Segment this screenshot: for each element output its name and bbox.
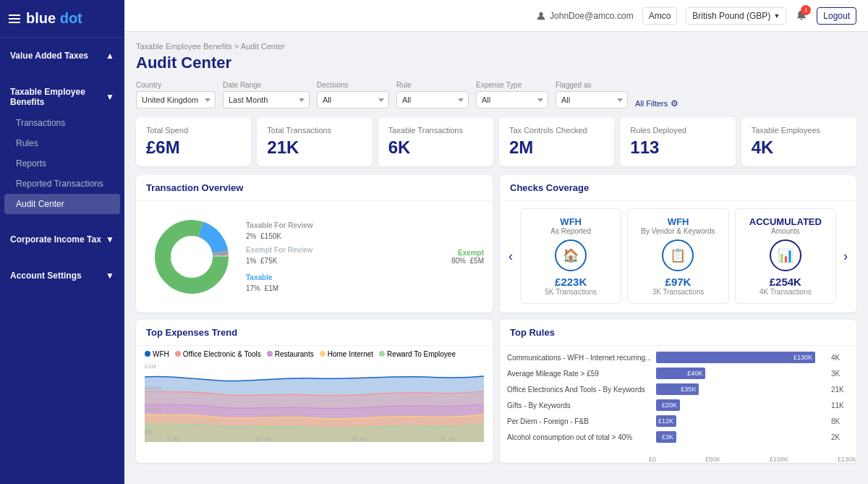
chevron-down-icon-2: ▼	[106, 234, 114, 245]
svg-point-0	[539, 12, 542, 15]
legend-taxable-for-review: Taxable For Review 2% £150K	[246, 220, 444, 242]
rule-bar-label-0: £130K	[793, 354, 812, 361]
rule-select[interactable]: All	[396, 91, 469, 109]
main-content: JohnDoe@amco.com Amco British Pound (GBP…	[124, 0, 868, 484]
expense-select[interactable]: All	[476, 91, 548, 109]
country-filter: Country United Kingdom	[136, 81, 216, 109]
sidebar-item-transactions[interactable]: Transactions	[0, 113, 124, 133]
checks-items: WFH As Reported 🏠 £223K 5K Transactions …	[520, 208, 836, 304]
sidebar-section-teb-header[interactable]: Taxable Employee Benefits ▼	[0, 81, 124, 113]
rule-count-3: 11K	[831, 402, 849, 409]
y-label-1m: £1M	[145, 363, 156, 370]
rule-name-3: Gifts - By Keywords	[507, 402, 652, 409]
sidebar-section-account-header[interactable]: Account Settings ▼	[0, 265, 124, 286]
rule-bar-label-5: £3K	[662, 433, 673, 441]
rule-bar-wrap-3: £20K	[656, 399, 827, 411]
user-icon	[536, 11, 546, 21]
date-select[interactable]: Last Month	[223, 91, 310, 109]
trend-chart: £1M £500K £200K £0 1 Jul 10 Jul 20 Jul 3…	[136, 362, 493, 451]
breadcrumb: Taxable Employee Benefits > Audit Center	[136, 42, 856, 51]
top-expenses-title: Top Expenses Trend	[136, 320, 493, 346]
kpi-value-3: 2M	[509, 137, 604, 158]
topbar-user: JohnDoe@amco.com	[536, 11, 634, 21]
decisions-label: Decisions	[317, 81, 389, 89]
notification-badge: 1	[801, 5, 811, 15]
rule-count-5: 2K	[831, 433, 849, 441]
trend-legend-item-2: Restaurants	[267, 350, 314, 358]
rule-bar-3: £20K	[656, 399, 680, 411]
x-label-1jul: 1 Jul	[167, 436, 179, 442]
kpi-card-1: Total Transactions 21K	[257, 117, 372, 166]
sidebar-item-reported-transactions[interactable]: Reported Transactions	[0, 174, 124, 194]
topbar-company[interactable]: Amco	[642, 7, 678, 25]
legend-exempt: Exempt 80% £5M	[451, 249, 484, 265]
checks-next-button[interactable]: ›	[839, 249, 852, 264]
chevron-up-icon: ▲	[106, 51, 114, 61]
sidebar-item-reports[interactable]: Reports	[0, 153, 124, 174]
legend-dot-4	[379, 351, 385, 357]
check-subtitle-0: As Reported	[525, 227, 616, 235]
donut-chart	[145, 210, 239, 304]
kpi-label-4: Rules Deployed	[630, 126, 725, 135]
rule-name-4: Per Diem - Foreign - F&B	[507, 417, 652, 425]
sidebar-item-audit-center[interactable]: Audit Center	[4, 194, 120, 214]
rule-bar-wrap-2: £35K	[656, 383, 827, 395]
kpi-value-4: 113	[630, 137, 725, 158]
donut-svg	[145, 210, 239, 304]
checks-coverage-card: Checks Coverage ‹ WFH As Reported 🏠 £223…	[500, 175, 856, 313]
legend-dot-0	[145, 351, 150, 357]
sidebar-section-cit-header[interactable]: Corporate Income Tax ▼	[0, 229, 124, 250]
bottom-row: Top Expenses Trend WFHOffice Electronic …	[136, 320, 856, 463]
check-item-0: WFH As Reported 🏠 £223K 5K Transactions	[520, 208, 621, 304]
rule-bar-wrap-0: £130K	[656, 352, 827, 363]
trend-legend-item-1: Office Electronic & Tools	[175, 350, 261, 358]
topbar-bell[interactable]: 1	[795, 8, 808, 24]
rule-name-5: Alcohol consumption out of total > 40%	[507, 433, 652, 441]
kpi-label-0: Total Spend	[146, 126, 241, 135]
x-label-31jul: 31 Jul	[440, 436, 456, 442]
rule-bar-2: £35K	[656, 383, 699, 395]
kpi-card-0: Total Spend £6M	[136, 117, 251, 166]
sidebar-item-rules[interactable]: Rules	[0, 133, 124, 153]
kpi-label-1: Total Transactions	[267, 126, 362, 135]
hamburger-menu[interactable]	[9, 14, 20, 23]
rule-bar-0: £130K	[656, 352, 815, 363]
flagged-select[interactable]: All	[556, 91, 628, 109]
rules-xaxis-label-1: £50K	[705, 456, 720, 463]
rule-bar-wrap-5: £3K	[656, 431, 827, 443]
date-label: Date Range	[223, 81, 310, 89]
all-filters-button[interactable]: All Filters ⚙	[635, 98, 678, 109]
top-expenses-card: Top Expenses Trend WFHOffice Electronic …	[136, 320, 493, 463]
rule-bar-5: £3K	[656, 431, 676, 443]
flagged-label: Flagged as	[556, 81, 628, 89]
check-title-1: WFH	[632, 216, 723, 227]
rule-bar-label-2: £35K	[681, 386, 696, 393]
check-txn-0: 5K Transactions	[525, 288, 616, 296]
trend-legend-item-0: WFH	[145, 350, 169, 358]
kpi-card-5: Taxable Employees 4K	[741, 117, 856, 166]
transaction-overview-card: Transaction Overview	[136, 175, 493, 313]
decisions-select[interactable]: All	[317, 91, 389, 109]
content-area: Taxable Employee Benefits > Audit Center…	[124, 32, 868, 484]
country-label: Country	[136, 81, 216, 89]
check-subtitle-2: Amounts	[740, 227, 831, 235]
check-icon-2: 📊	[770, 239, 801, 271]
rule-bar-label-1: £40K	[687, 370, 702, 377]
rule-count-2: 21K	[831, 386, 849, 394]
topbar-currency[interactable]: British Pound (GBP) ▼	[686, 7, 786, 25]
filter-icon: ⚙	[671, 98, 678, 109]
kpi-value-2: 6K	[388, 137, 483, 158]
check-amount-0: £223K	[525, 276, 616, 288]
sidebar-section-vat-header[interactable]: Value Added Taxes ▲	[0, 45, 124, 67]
chevron-currency-icon: ▼	[773, 12, 780, 20]
check-txn-1: 3K Transactions	[632, 288, 723, 296]
date-filter: Date Range Last Month	[223, 81, 310, 109]
logout-button[interactable]: Logout	[817, 7, 856, 25]
kpi-card-4: Rules Deployed 113	[620, 117, 735, 166]
country-select[interactable]: United Kingdom	[136, 91, 216, 109]
kpi-card-3: Tax Controls Checked 2M	[499, 117, 614, 166]
sidebar: blue dot Value Added Taxes ▲ Taxable Emp…	[0, 0, 124, 484]
checks-prev-button[interactable]: ‹	[504, 249, 517, 264]
rule-label: Rule	[396, 81, 469, 89]
y-label-0: £0	[145, 428, 152, 435]
